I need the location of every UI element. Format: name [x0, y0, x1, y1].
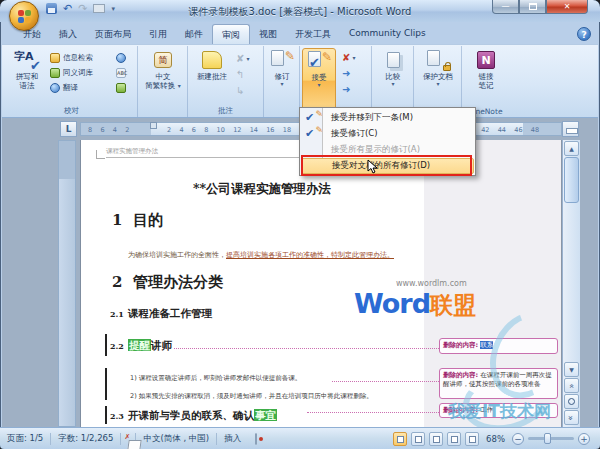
browse-object-icon: [568, 398, 575, 405]
balloon-connector: [332, 381, 439, 382]
view-draft-button[interactable]: [465, 432, 479, 446]
zoom-slider[interactable]: [528, 437, 574, 440]
ruler-toggle-button[interactable]: [562, 121, 579, 137]
word-count-button[interactable]: ABC: [114, 65, 126, 80]
scrollbar-thumb[interactable]: [564, 157, 579, 203]
next-comment-button[interactable]: ↳: [236, 83, 249, 99]
window-controls: — ✕: [492, 0, 588, 14]
reject-button[interactable]: ✘▾: [342, 50, 355, 66]
next-change-button[interactable]: ➜: [342, 82, 355, 98]
tab-view[interactable]: 视图: [250, 24, 286, 44]
tab-page-layout[interactable]: 页面布局: [86, 24, 140, 44]
scroll-up-button[interactable]: ▲: [564, 141, 579, 156]
tab-mailings[interactable]: 邮件: [176, 24, 212, 44]
vertical-scrollbar[interactable]: ▲ ▼ « «: [562, 140, 580, 427]
protect-document-button[interactable]: 保护文档 ▾: [419, 48, 457, 87]
redo-icon[interactable]: ↷: [78, 3, 87, 14]
body-paragraph: 为确保培训实施工作的全面性，提高培训实施各项工作的准确性，特制定此管理办法。: [128, 250, 394, 260]
group-label-proofing[interactable]: 校对: [6, 106, 137, 116]
previous-page-button[interactable]: «: [564, 378, 579, 393]
proofing-extra-button[interactable]: [114, 80, 126, 95]
delete-comment-button[interactable]: ✘▾: [236, 51, 249, 67]
balloon-connector: [174, 348, 439, 349]
maximize-button[interactable]: [519, 0, 546, 14]
macro-record-icon[interactable]: [248, 434, 264, 444]
margin-crop-mark: [96, 150, 105, 159]
group-tracking: ✎ 修订 ▾: [264, 46, 300, 117]
menu-item-accept-and-move[interactable]: ✔✎ 接受并移到下一条(M): [301, 110, 474, 126]
mouse-cursor: [367, 159, 379, 175]
view-fullscreen-reading-button[interactable]: [411, 432, 425, 446]
tab-community-clips[interactable]: Community Clips: [340, 24, 435, 44]
word-count-indicator[interactable]: 字数: 1/2,265: [51, 433, 120, 445]
chevron-down-icon: ▾: [303, 82, 335, 88]
previous-change-button[interactable]: ➜: [342, 66, 355, 82]
page-indicator[interactable]: 页面: 1/5: [0, 433, 50, 445]
select-browse-object-button[interactable]: [564, 394, 579, 409]
statusbar-right: 68% − +: [393, 432, 600, 446]
zoom-level[interactable]: 68%: [483, 434, 508, 444]
new-comment-button[interactable]: 新建批注: [192, 48, 232, 81]
zoom-in-button[interactable]: +: [578, 433, 590, 445]
office-button[interactable]: [9, 1, 39, 31]
tab-selector[interactable]: L: [60, 121, 77, 137]
tab-references[interactable]: 引用: [140, 24, 176, 44]
title-bar[interactable]: ↶ ↷ ▾ 课件录制模板3.doc [兼容模式] - Microsoft Wor…: [0, 0, 600, 22]
balloon-connector: [307, 412, 439, 413]
minimize-button[interactable]: —: [492, 0, 519, 14]
track-changes-button[interactable]: ✎ 修订 ▾: [264, 48, 300, 87]
change-bar: [105, 406, 107, 424]
chinese-convert-button[interactable]: 简 中文 简繁转换 ▾: [144, 48, 182, 91]
close-button[interactable]: ✕: [546, 0, 588, 14]
inserted-text: 特制定此管理办法。: [331, 251, 394, 259]
research-button[interactable]: 信息检索: [48, 50, 93, 65]
undo-icon[interactable]: ↶: [63, 3, 72, 14]
save-icon[interactable]: [46, 3, 57, 14]
language-indicator[interactable]: 中文(简体 , 中国): [136, 433, 216, 445]
linked-notes-button[interactable]: N 链接 笔记: [468, 48, 504, 91]
change-bar: [105, 368, 107, 400]
document-area: 课程实施管理办法 **公司课程实施管理办法 1 目的 为确保培训实施工作的全面性…: [2, 140, 598, 427]
chinese-convert-icon: 简: [154, 52, 172, 68]
scroll-down-button[interactable]: ▼: [564, 362, 579, 377]
group-comments: 新建批注 ✘▾ ↰ ↳ 批注: [188, 46, 264, 117]
zoom-slider-thumb[interactable]: [544, 433, 551, 444]
mail-icon[interactable]: [93, 4, 105, 13]
inserted-text: 提高培训实施各项工作的准确性，: [226, 251, 331, 259]
ribbon-tabs: 开始 插入 页面布局 引用 邮件 审阅 视图 开发工具 Community Cl…: [14, 24, 435, 44]
ribbon-tab-row: 开始 插入 页面布局 引用 邮件 审阅 视图 开发工具 Community Cl…: [0, 22, 600, 44]
office-logo-icon: [18, 10, 31, 23]
thesaurus-button[interactable]: 同义词库: [48, 65, 93, 80]
view-web-layout-button[interactable]: [429, 432, 443, 446]
list-item: 1) 课程设置确定讲师后，即刻给讲师发邮件以便提前备课。: [130, 374, 301, 383]
vertical-ruler[interactable]: [58, 140, 76, 427]
inserted-text-green: 事宜: [254, 409, 277, 421]
qat-dropdown-icon[interactable]: ▾: [111, 5, 115, 13]
set-language-button[interactable]: [114, 50, 126, 65]
view-print-layout-button[interactable]: [393, 432, 407, 446]
zoom-out-button[interactable]: −: [512, 433, 524, 445]
previous-comment-button[interactable]: ↰: [236, 67, 249, 83]
view-outline-button[interactable]: [447, 432, 461, 446]
document-title: **公司课程实施管理办法: [122, 181, 402, 198]
menu-item-accept-change[interactable]: ✔✎ 接受修订(C): [301, 126, 474, 142]
help-icon[interactable]: ?: [577, 27, 591, 41]
indent-marker[interactable]: [150, 122, 157, 129]
insert-mode-indicator[interactable]: 插入: [217, 433, 248, 445]
maximize-icon: [529, 3, 537, 10]
next-page-button[interactable]: «: [564, 410, 579, 425]
chevron-down-icon: ▾: [419, 81, 457, 87]
translate-button[interactable]: 翻译: [48, 80, 93, 95]
spelling-grammar-button[interactable]: 字A ✔ 拼写和 语法: [8, 48, 46, 91]
tab-review[interactable]: 审阅: [212, 24, 250, 44]
change-bar: [105, 334, 107, 356]
tab-insert[interactable]: 插入: [50, 24, 86, 44]
onenote-icon: N: [477, 51, 495, 69]
group-label-comments[interactable]: 批注: [188, 106, 263, 116]
lock-icon: [443, 65, 451, 71]
tab-developer[interactable]: 开发工具: [286, 24, 340, 44]
compare-button[interactable]: 比较 ▾: [375, 48, 411, 87]
accept-button[interactable]: ✔ ✎ 接受 ▾: [302, 48, 336, 112]
previous-change-icon: ➜: [342, 69, 350, 79]
accept-icon: ✔ ✎: [308, 51, 330, 71]
